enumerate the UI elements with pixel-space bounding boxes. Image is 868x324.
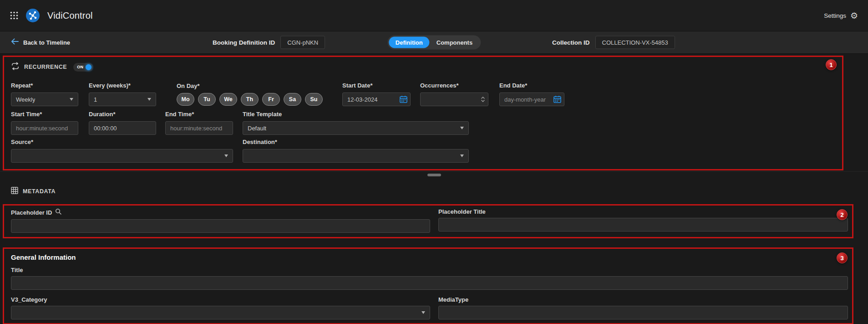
metadata-grid-icon <box>11 187 18 196</box>
view-segmented-control: Definition Components <box>387 36 481 50</box>
placeholder-id-input[interactable] <box>11 219 430 233</box>
day-pill-tu[interactable]: Tu <box>198 93 216 106</box>
source-field: Source* <box>11 139 233 163</box>
placeholder-title-label: Placeholder Title <box>438 208 486 215</box>
day-pill-th[interactable]: Th <box>241 93 259 106</box>
booking-definition-id-value: CGN-pNKN <box>280 36 325 49</box>
toggle-knob-icon <box>86 64 91 70</box>
collection-id-group: Collection ID COLLECTION-VX-54853 <box>552 36 675 49</box>
start-date-field: Start Date* <box>342 82 411 106</box>
v3-category-field: V3_Category <box>11 296 430 319</box>
start-time-field: Start Time* <box>11 111 78 135</box>
every-weeks-field: Every (weeks)* 1 <box>89 82 156 106</box>
repeat-select[interactable]: Weekly <box>11 93 78 106</box>
title-template-label: Title Template <box>243 111 469 118</box>
annotation-badge-2: 2 <box>837 209 848 220</box>
occurrences-field: Occurrences* <box>420 82 488 106</box>
booking-definition-group: Booking Definition ID CGN-pNKN <box>213 36 325 49</box>
chevron-down-icon <box>224 154 228 157</box>
top-bar: VidiControl Settings ⚙ <box>0 0 868 31</box>
on-day-label: On Day* <box>177 82 323 89</box>
placeholder-id-label: Placeholder ID <box>11 209 52 216</box>
chevron-down-icon <box>70 98 73 101</box>
booking-definition-id-label: Booking Definition ID <box>213 39 275 46</box>
destination-label: Destination* <box>243 139 469 145</box>
end-time-field: End Time* <box>165 111 233 135</box>
media-type-input[interactable] <box>438 306 848 319</box>
placeholder-id-field: Placeholder ID <box>11 208 430 233</box>
title-input[interactable] <box>11 276 848 290</box>
vidicontrol-logo <box>25 8 40 23</box>
recurrence-section: 1 RECURRENCE ON Repeat* Wee <box>3 56 843 170</box>
annotation-badge-3: 3 <box>837 252 848 263</box>
repeat-label: Repeat* <box>11 82 78 89</box>
title-template-field: Title Template Default <box>243 111 469 135</box>
destination-select[interactable] <box>243 149 469 163</box>
metadata-header: METADATA <box>11 187 868 196</box>
settings-button[interactable]: Settings ⚙ <box>824 11 858 20</box>
chevron-down-icon <box>460 127 464 129</box>
tab-components[interactable]: Components <box>430 37 479 48</box>
recurrence-toggle[interactable]: ON <box>73 63 93 72</box>
duration-input[interactable] <box>89 121 156 135</box>
occurrences-input[interactable] <box>420 93 488 106</box>
splitter-grip-icon[interactable] <box>427 174 441 176</box>
toggle-state-label: ON <box>77 65 83 69</box>
back-to-timeline-link[interactable]: Back to Timeline <box>11 38 70 46</box>
collection-id-value: COLLECTION-VX-54853 <box>595 36 675 49</box>
repeat-icon <box>11 62 20 72</box>
main-content: 1 RECURRENCE ON Repeat* Wee <box>0 56 868 324</box>
chevron-down-icon <box>460 154 464 157</box>
day-pill-su[interactable]: Su <box>305 93 323 106</box>
chevron-down-icon <box>147 98 151 101</box>
day-pills: Mo Tu We Th Fr Sa Su <box>177 93 323 106</box>
v3-category-label: V3_Category <box>11 296 47 303</box>
v3-category-select[interactable] <box>11 306 430 319</box>
end-date-field: End Date* <box>499 82 564 106</box>
settings-label: Settings <box>824 12 846 19</box>
day-pill-fr[interactable]: Fr <box>262 93 280 106</box>
every-weeks-select[interactable]: 1 <box>89 93 156 106</box>
chevron-down-icon <box>421 311 425 314</box>
day-pill-sa[interactable]: Sa <box>284 93 301 106</box>
calendar-icon[interactable] <box>400 96 407 103</box>
placeholder-title-field: Placeholder Title <box>438 208 848 233</box>
stepper-icon[interactable] <box>481 96 485 103</box>
search-icon[interactable] <box>55 208 61 216</box>
day-pill-mo[interactable]: Mo <box>177 93 194 106</box>
title-field: Title <box>11 267 848 290</box>
apps-grid-icon[interactable] <box>10 11 18 20</box>
page-title: VidiControl <box>47 10 93 21</box>
title-template-select[interactable]: Default <box>243 121 469 135</box>
destination-field: Destination* <box>243 139 469 163</box>
source-label: Source* <box>11 139 233 145</box>
sub-toolbar: Back to Timeline Booking Definition ID C… <box>0 31 868 54</box>
gear-icon: ⚙ <box>850 11 858 20</box>
end-time-input[interactable] <box>165 121 233 135</box>
day-pill-we[interactable]: We <box>219 93 237 106</box>
calendar-icon[interactable] <box>553 96 561 103</box>
general-information-heading: General Information <box>11 253 848 261</box>
on-day-field: On Day* Mo Tu We Th Fr Sa Su <box>177 82 323 106</box>
occurrences-label: Occurrences* <box>420 82 488 89</box>
back-label: Back to Timeline <box>23 39 70 46</box>
placeholder-title-input[interactable] <box>438 218 848 231</box>
end-time-label: End Time* <box>165 111 233 118</box>
placeholder-section: 2 Placeholder ID Placeholder Title <box>3 204 853 238</box>
panel-splitter[interactable] <box>0 171 868 178</box>
recurrence-title: RECURRENCE <box>24 64 67 70</box>
media-type-field: MediaType <box>438 296 848 319</box>
end-date-label: End Date* <box>499 82 564 89</box>
every-weeks-label: Every (weeks)* <box>89 82 156 89</box>
media-type-label: MediaType <box>438 296 468 303</box>
title-label: Title <box>11 267 23 273</box>
back-arrow-icon <box>11 38 19 46</box>
source-select[interactable] <box>11 149 233 163</box>
duration-label: Duration* <box>89 111 156 118</box>
annotation-badge-1: 1 <box>826 59 837 70</box>
tab-definition[interactable]: Definition <box>389 37 430 48</box>
start-time-input[interactable] <box>11 121 78 135</box>
start-date-label: Start Date* <box>342 82 411 89</box>
start-time-label: Start Time* <box>11 111 78 118</box>
collection-id-label: Collection ID <box>552 39 590 46</box>
